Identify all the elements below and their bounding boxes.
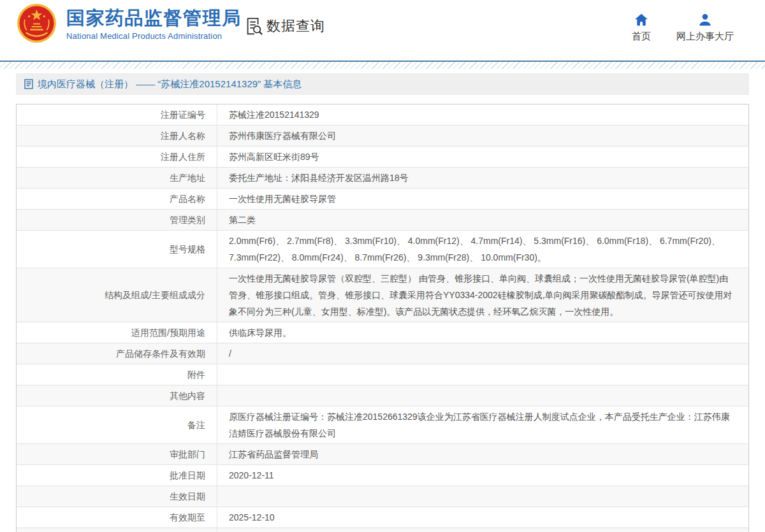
row-label: 附件: [17, 364, 217, 385]
user-icon: [698, 13, 712, 26]
page-title: 境内医疗器械（注册） —— “苏械注准20152141329” 基本信息: [38, 78, 302, 90]
row-value: 2.0mm(Fr6)、 2.7mm(Fr8)、 3.3mm(Fr10)、 4.0…: [217, 231, 748, 268]
document-search-icon: [244, 17, 263, 36]
table-row: 产品储存条件及有效期 /: [17, 343, 748, 364]
row-value: 苏械注准20152141329: [217, 104, 748, 125]
page-doc-icon: [24, 79, 33, 89]
table-row: 变更情况: [17, 528, 748, 532]
table-row: 批准日期 2020-12-11: [17, 465, 748, 486]
brand-block: 国家药品监督管理局 National Medical Products Admi…: [66, 8, 242, 41]
row-value: [217, 486, 748, 507]
table-row: 注册人名称 苏州伟康医疗器械有限公司: [17, 126, 748, 147]
row-label: 注册证编号: [17, 104, 217, 125]
table-row: 结构及组成/主要组成成分 一次性使用无菌硅胶导尿管（双腔型、三腔型） 由管身、锥…: [17, 268, 748, 322]
table-row: 生产地址 委托生产地址：沭阳县经济开发区温州路18号: [17, 168, 748, 189]
row-value: 原医疗器械注册证编号：苏械注准20152661329该企业为江苏省医疗器械注册人…: [217, 406, 748, 443]
table-row: 注册人住所 苏州高新区旺米街89号: [17, 147, 748, 168]
stripe-band: [0, 62, 765, 69]
data-query-label: 数据查询: [266, 17, 325, 36]
table-row: 其他内容: [17, 385, 748, 406]
row-value: [217, 364, 748, 385]
row-value: 苏州高新区旺米街89号: [217, 147, 748, 167]
row-value: 委托生产地址：沭阳县经济开发区温州路18号: [217, 168, 748, 188]
nav-online-hall-label: 网上办事大厅: [676, 31, 734, 43]
row-value: 第二类: [217, 210, 748, 230]
page-titlebar: 境内医疗器械（注册） —— “苏械注准20152141329” 基本信息: [16, 73, 749, 95]
row-label: 审批部门: [17, 444, 217, 464]
site-title: 国家药品监督管理局: [66, 8, 242, 29]
table-row: 附件: [17, 364, 748, 385]
site-header: 国家药品监督管理局 National Medical Products Admi…: [0, 0, 765, 61]
row-value: 2025-12-10: [217, 507, 748, 528]
row-label: 型号规格: [17, 231, 217, 268]
row-label: 产品名称: [17, 189, 217, 209]
row-label: 变更情况: [17, 528, 217, 532]
nav-home-label: 首页: [632, 31, 651, 43]
national-emblem-logo[interactable]: [17, 3, 57, 43]
row-value: 江苏省药品监督管理局: [217, 444, 748, 464]
row-label: 注册人住所: [17, 147, 217, 167]
main-content: 境内医疗器械（注册） —— “苏械注准20152141329” 基本信息 注册证…: [0, 69, 765, 532]
row-value: 一次性使用无菌硅胶导尿管（双腔型、三腔型） 由管身、锥形接口、单向阀、球囊组成；…: [217, 268, 748, 322]
table-row: 有效期至 2025-12-10: [17, 507, 748, 528]
row-value: [217, 528, 748, 532]
registration-detail-table: 注册证编号 苏械注准20152141329 注册人名称 苏州伟康医疗器械有限公司…: [16, 104, 749, 532]
row-value: /: [217, 343, 748, 364]
detail-table-body: 注册证编号 苏械注准20152141329 注册人名称 苏州伟康医疗器械有限公司…: [17, 104, 748, 532]
table-row: 注册证编号 苏械注准20152141329: [17, 104, 748, 126]
row-label: 有效期至: [17, 507, 217, 528]
table-row: 备注 原医疗器械注册证编号：苏械注准20152661329该企业为江苏省医疗器械…: [17, 406, 748, 444]
data-query-button[interactable]: 数据查询: [244, 17, 325, 36]
header-nav: 首页 网上办事大厅: [632, 13, 734, 43]
table-row: 生效日期: [17, 486, 748, 507]
row-value: 一次性使用无菌硅胶导尿管: [217, 189, 748, 209]
nav-home[interactable]: 首页: [632, 13, 651, 43]
site-subtitle: National Medical Products Administration: [66, 31, 242, 41]
row-label: 管理类别: [17, 210, 217, 230]
home-icon: [634, 13, 648, 26]
row-value: 2020-12-11: [217, 465, 748, 485]
row-label: 适用范围/预期用途: [17, 322, 217, 343]
row-label: 批准日期: [17, 465, 217, 485]
table-row: 管理类别 第二类: [17, 210, 748, 231]
row-value: 供临床导尿用。: [217, 322, 748, 343]
table-row: 产品名称 一次性使用无菌硅胶导尿管: [17, 189, 748, 210]
row-label: 生效日期: [17, 486, 217, 507]
table-row: 审批部门 江苏省药品监督管理局: [17, 444, 748, 465]
row-label: 生产地址: [17, 168, 217, 188]
row-label: 结构及组成/主要组成成分: [17, 268, 217, 322]
row-value: 苏州伟康医疗器械有限公司: [217, 126, 748, 146]
row-label: 产品储存条件及有效期: [17, 343, 217, 364]
table-row: 型号规格 2.0mm(Fr6)、 2.7mm(Fr8)、 3.3mm(Fr10)…: [17, 231, 748, 268]
table-row: 适用范围/预期用途 供临床导尿用。: [17, 322, 748, 343]
row-label: 其他内容: [17, 385, 217, 406]
row-label: 备注: [17, 406, 217, 443]
nav-online-hall[interactable]: 网上办事大厅: [676, 13, 734, 43]
row-value: [217, 385, 748, 406]
row-label: 注册人名称: [17, 126, 217, 146]
